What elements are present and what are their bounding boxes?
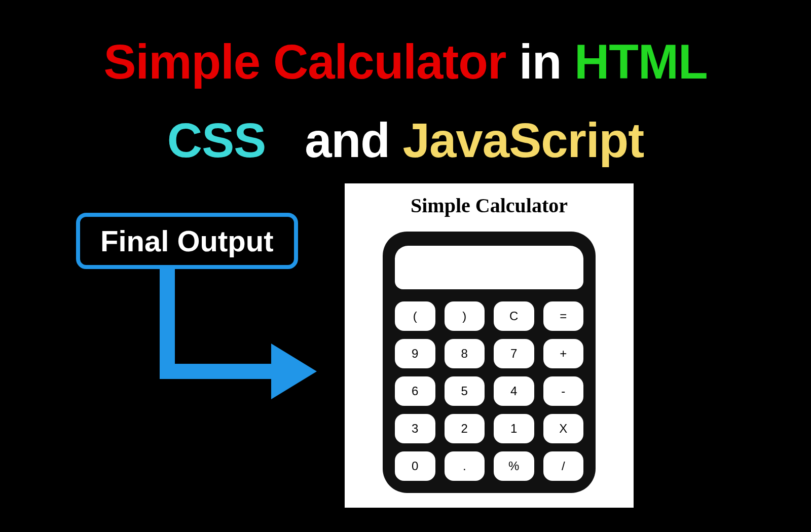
calc-button-divide[interactable]: / [543, 451, 584, 481]
calculator-panel: Simple Calculator ( ) C = 9 8 7 + 6 5 4 … [345, 183, 634, 508]
title-word-javascript: JavaScript [403, 113, 644, 167]
calc-button-dot[interactable]: . [445, 451, 485, 481]
calculator-button-grid: ( ) C = 9 8 7 + 6 5 4 - 3 2 1 X 0 . % / [395, 301, 583, 481]
calc-button-plus[interactable]: + [543, 339, 584, 368]
arrow-icon [150, 268, 317, 399]
calc-button-6[interactable]: 6 [395, 376, 435, 406]
calc-button-5[interactable]: 5 [445, 376, 485, 406]
title-word-css: CSS [167, 113, 266, 167]
calc-button-8[interactable]: 8 [445, 339, 485, 368]
calc-button-3[interactable]: 3 [395, 414, 435, 443]
final-output-label: Final Output [100, 224, 274, 257]
title-word-in: in [519, 34, 561, 89]
calc-button-multiply[interactable]: X [543, 414, 584, 443]
calc-button-0[interactable]: 0 [395, 451, 435, 481]
calculator-display[interactable] [395, 246, 583, 289]
calc-button-equals[interactable]: = [543, 301, 584, 331]
calc-button-4[interactable]: 4 [494, 376, 534, 406]
title-word-simple-calculator: Simple Calculator [103, 34, 506, 89]
final-output-label-box: Final Output [76, 213, 298, 269]
calc-button-lparen[interactable]: ( [395, 301, 435, 331]
page-title-area: Simple Calculator in HTML CSS and JavaSc… [0, 0, 811, 172]
calc-button-2[interactable]: 2 [445, 414, 485, 443]
calc-button-percent[interactable]: % [494, 451, 534, 481]
calculator-body: ( ) C = 9 8 7 + 6 5 4 - 3 2 1 X 0 . % / [383, 232, 596, 493]
title-line-2: CSS and JavaScript [0, 109, 811, 172]
calc-button-clear[interactable]: C [494, 301, 534, 331]
calc-button-9[interactable]: 9 [395, 339, 435, 368]
title-word-and: and [305, 113, 390, 167]
title-line-1: Simple Calculator in HTML [0, 30, 811, 94]
calc-button-rparen[interactable]: ) [445, 301, 485, 331]
calc-button-minus[interactable]: - [543, 376, 584, 406]
calc-button-7[interactable]: 7 [494, 339, 534, 368]
calc-button-1[interactable]: 1 [494, 414, 534, 443]
calculator-heading: Simple Calculator [345, 194, 634, 217]
title-word-html: HTML [574, 34, 708, 89]
